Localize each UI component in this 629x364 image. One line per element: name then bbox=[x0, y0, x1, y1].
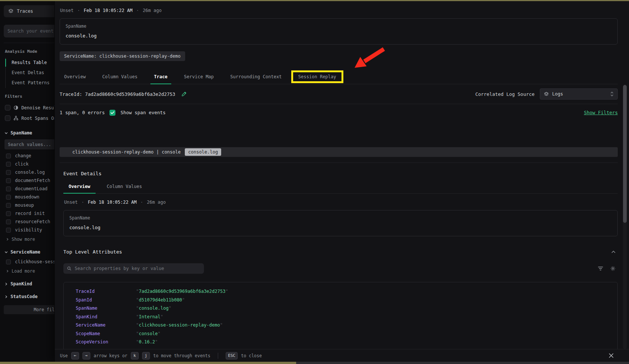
event-details-title: Event Details bbox=[63, 171, 618, 176]
edit-pencil-icon[interactable] bbox=[181, 91, 187, 97]
value-checkbox[interactable] bbox=[6, 154, 11, 158]
close-icon[interactable] bbox=[608, 353, 614, 358]
chevron-right-icon bbox=[4, 295, 8, 298]
tab-service-map[interactable]: Service Map bbox=[180, 71, 218, 84]
attr-key: ScopeName bbox=[76, 331, 136, 336]
span-count-text: 1 span, 0 errors bbox=[60, 110, 105, 115]
facet-servicename-header[interactable]: ServiceName bbox=[4, 249, 54, 255]
selected-span-chip[interactable]: console.log bbox=[185, 148, 221, 156]
more-filters-button[interactable]: More filte bbox=[4, 305, 54, 314]
tab-overview[interactable]: Overview bbox=[60, 71, 90, 84]
spanname-value-search[interactable] bbox=[4, 139, 54, 149]
tab-trace[interactable]: Trace bbox=[150, 71, 172, 84]
facet-spanname-header[interactable]: SpanName bbox=[4, 130, 54, 136]
facet-value-label: clickhouse-sessi bbox=[15, 259, 54, 264]
facet-value-documentload[interactable]: documentLoad bbox=[4, 185, 54, 193]
attr-row-traceid[interactable]: TraceId "7ad2ad8660c9d53969a6bf6a3e2d275… bbox=[64, 287, 617, 296]
value-checkbox[interactable] bbox=[6, 203, 11, 208]
waterfall-span-bar[interactable]: clickhouse-session-replay-demo | console… bbox=[60, 147, 618, 157]
ed-tab-column-values[interactable]: Column Values bbox=[102, 181, 147, 193]
layers-icon bbox=[8, 9, 13, 14]
denoise-checkbox[interactable] bbox=[5, 105, 10, 110]
facet-value-click[interactable]: click bbox=[4, 160, 54, 168]
spanname-search-input[interactable] bbox=[8, 142, 54, 147]
facet-value-label: mousedown bbox=[15, 194, 39, 200]
relative-time: 26m ago bbox=[143, 8, 162, 13]
ed-tab-overview[interactable]: Overview bbox=[63, 181, 96, 193]
search-icon bbox=[67, 266, 71, 271]
show-span-events-label[interactable]: Show span events bbox=[120, 110, 165, 115]
service-name-badge[interactable]: ServiceName: clickhouse-session-replay-d… bbox=[60, 51, 185, 61]
value-checkbox[interactable] bbox=[6, 219, 11, 224]
footer-arrow-text: arrow keys or bbox=[94, 353, 127, 358]
root-spans-checkbox[interactable] bbox=[5, 115, 10, 121]
facet-value-documentfetch[interactable]: documentFetch bbox=[4, 176, 54, 185]
footer-esc-text: to close bbox=[241, 353, 262, 358]
value-checkbox[interactable] bbox=[6, 178, 11, 183]
attr-row-spanname[interactable]: SpanName "console.log" bbox=[64, 304, 617, 313]
show-filters-link[interactable]: Show Filters bbox=[584, 110, 618, 115]
mode-results-table[interactable]: Results Table bbox=[6, 58, 54, 68]
tab-surrounding-context[interactable]: Surrounding Context bbox=[226, 71, 286, 84]
facet-value-console-log[interactable]: console.log bbox=[4, 168, 54, 176]
value-checkbox[interactable] bbox=[6, 162, 11, 167]
facet-spankind-header[interactable]: SpanKind bbox=[4, 281, 54, 286]
value-checkbox[interactable] bbox=[6, 186, 11, 191]
attr-row-spanid[interactable]: SpanId "d51079d4eb11b080" bbox=[64, 296, 617, 304]
event-search-box[interactable] bbox=[4, 25, 54, 37]
properties-search-box[interactable] bbox=[63, 263, 204, 274]
facet-value-resourcefetch[interactable]: resourceFetch bbox=[4, 218, 54, 226]
status-badge: Unset bbox=[64, 200, 78, 205]
relative-time: 26m ago bbox=[147, 200, 166, 205]
denoise-toggle[interactable]: Denoise Resul bbox=[4, 103, 54, 113]
attributes-table: TraceId "7ad2ad8660c9d53969a6bf6a3e2d275… bbox=[63, 282, 618, 349]
spanname-show-more[interactable]: Show more bbox=[4, 234, 54, 243]
kbd-j: j bbox=[142, 352, 150, 360]
panel-footer: Use ← → arrow keys or k j to move throug… bbox=[55, 349, 629, 362]
facet-value-mousedown[interactable]: mousedown bbox=[4, 193, 54, 201]
filter-lines-icon[interactable] bbox=[598, 266, 603, 271]
servicename-load-more[interactable]: Load more bbox=[4, 266, 54, 274]
footer-divider bbox=[218, 353, 218, 359]
attr-row-servicename[interactable]: ServiceName "clickhouse-session-replay-d… bbox=[64, 321, 617, 330]
gear-icon[interactable] bbox=[610, 266, 616, 271]
attr-row-spankind[interactable]: SpanKind "Internal" bbox=[64, 313, 617, 321]
attr-row-scopeversion[interactable]: ScopeVersion "0.16.2" bbox=[64, 338, 617, 346]
facet-value-change[interactable]: change bbox=[4, 152, 54, 160]
show-span-events-checkbox[interactable] bbox=[109, 110, 115, 116]
kbd-esc: ESC bbox=[226, 352, 238, 360]
facet-value-clickhouse[interactable]: clickhouse-sessi bbox=[4, 258, 54, 266]
mode-event-patterns[interactable]: Event Patterns bbox=[6, 78, 54, 88]
scrollbar-thumb[interactable] bbox=[623, 85, 627, 223]
attr-key: SpanKind bbox=[76, 314, 136, 319]
collapse-chevron-up-icon[interactable] bbox=[611, 251, 616, 253]
chevron-right-icon bbox=[6, 238, 9, 241]
tab-session-replay[interactable]: Session Replay bbox=[294, 71, 341, 84]
analysis-mode-label: Analysis Mode bbox=[5, 49, 54, 54]
facet-value-visibility[interactable]: visibility bbox=[4, 226, 54, 234]
value-checkbox[interactable] bbox=[6, 260, 11, 264]
facet-value-label: documentFetch bbox=[15, 178, 50, 183]
facet-value-mouseup[interactable]: mouseup bbox=[4, 201, 54, 209]
traces-source-button[interactable]: Traces bbox=[4, 5, 54, 17]
facet-value-label: click bbox=[15, 161, 28, 167]
facet-value-label: visibility bbox=[15, 227, 42, 233]
attr-row-scopename[interactable]: ScopeName "console" bbox=[64, 330, 617, 338]
value-checkbox[interactable] bbox=[6, 211, 11, 216]
value-checkbox[interactable] bbox=[6, 170, 11, 175]
log-source-select[interactable]: Logs bbox=[540, 88, 618, 100]
mode-event-deltas[interactable]: Event Deltas bbox=[6, 68, 54, 78]
value-checkbox[interactable] bbox=[6, 228, 11, 233]
tab-column-values[interactable]: Column Values bbox=[98, 71, 142, 84]
root-spans-label: Root Spans Onl bbox=[21, 116, 54, 121]
chevron-right-icon bbox=[6, 270, 9, 273]
facet-statuscode-header[interactable]: StatusCode bbox=[4, 294, 54, 299]
facet-value-record-init[interactable]: record init bbox=[4, 209, 54, 218]
event-search-input[interactable] bbox=[7, 28, 54, 34]
properties-search-input[interactable] bbox=[75, 266, 200, 271]
facet-value-label: mouseup bbox=[15, 203, 34, 208]
meta-separator: · bbox=[77, 8, 80, 13]
root-spans-toggle[interactable]: Root Spans Onl bbox=[4, 113, 54, 124]
chevron-down-icon bbox=[4, 251, 8, 254]
value-checkbox[interactable] bbox=[6, 195, 11, 200]
